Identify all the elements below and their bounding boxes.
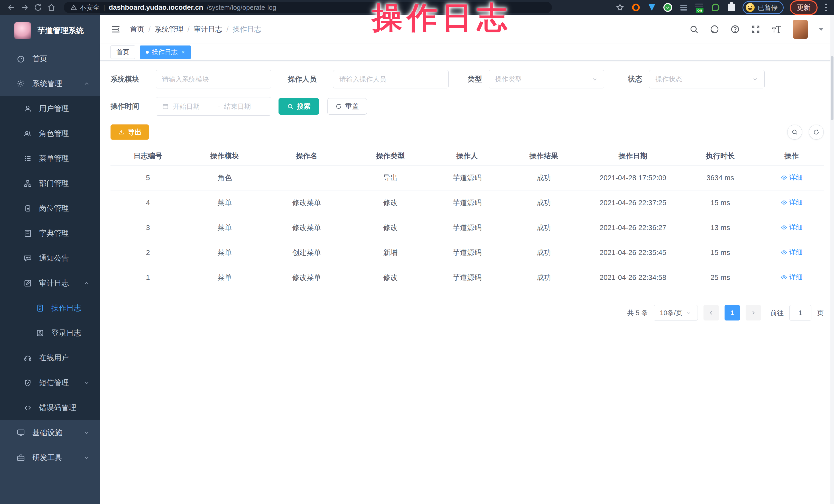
sidebar-item-role-management[interactable]: 角色管理 bbox=[0, 121, 100, 146]
search-button[interactable]: 搜索 bbox=[279, 98, 319, 115]
profile-paused-badge[interactable]: 已暂停 bbox=[743, 1, 784, 14]
sidebar-item-menu-management[interactable]: 菜单管理 bbox=[0, 146, 100, 171]
sidebar-item-dict-management[interactable]: 字典管理 bbox=[0, 221, 100, 246]
bookmark-star-icon[interactable] bbox=[615, 3, 625, 12]
page-size-select[interactable]: 10条/页 bbox=[654, 305, 698, 321]
sidebar-item-infrastructure[interactable]: 基础设施 bbox=[0, 420, 100, 445]
address-bar[interactable]: 不安全 | dashboard.yudao.iocoder.cn /system… bbox=[64, 2, 552, 13]
browser-reload-button[interactable] bbox=[32, 2, 44, 13]
extension-green-check-icon[interactable] bbox=[663, 3, 673, 12]
detail-link[interactable]: 详细 bbox=[781, 248, 803, 257]
browser-update-button[interactable]: 更新 bbox=[790, 0, 817, 15]
refresh-icon bbox=[335, 103, 342, 110]
chevron-right-icon bbox=[750, 310, 756, 316]
detail-link[interactable]: 详细 bbox=[781, 198, 803, 207]
sidebar-item-sms-management[interactable]: 短信管理 bbox=[0, 370, 100, 395]
book-icon bbox=[24, 229, 32, 238]
table-header-row: 日志编号 操作模块 操作名 操作类型 操作人 操作结果 操作日期 执行时长 操作 bbox=[110, 147, 824, 166]
github-icon[interactable] bbox=[710, 24, 719, 34]
browser-forward-button[interactable] bbox=[19, 2, 30, 13]
sidebar-item-home[interactable]: 首页 bbox=[0, 46, 100, 71]
goto-page-input[interactable] bbox=[789, 305, 811, 321]
org-tree-icon bbox=[24, 179, 32, 188]
app-logo[interactable]: 芋道管理系统 bbox=[0, 15, 100, 46]
browser-menu-icon[interactable] bbox=[824, 4, 828, 11]
extension-puzzle-icon[interactable] bbox=[727, 3, 737, 12]
breadcrumb-audit-log[interactable]: 审计日志 bbox=[194, 24, 222, 34]
sidebar-item-system-management[interactable]: 系统管理 bbox=[0, 71, 100, 96]
security-warning[interactable]: 不安全 bbox=[70, 3, 100, 12]
address-divider: | bbox=[103, 3, 105, 12]
extension-bars-icon[interactable] bbox=[679, 3, 688, 12]
sidebar-item-login-log[interactable]: 登录日志 bbox=[0, 321, 100, 346]
extension-drop-icon[interactable] bbox=[647, 3, 657, 12]
toggle-search-button[interactable] bbox=[787, 125, 802, 139]
tab-operate-log[interactable]: 操作日志 × bbox=[140, 45, 191, 59]
tab-home[interactable]: 首页 bbox=[110, 45, 135, 59]
end-date-placeholder: 结束日期 bbox=[224, 102, 265, 111]
module-input[interactable] bbox=[162, 75, 265, 83]
sidebar-item-error-code-management[interactable]: 错误码管理 bbox=[0, 395, 100, 420]
sidebar-item-online-users[interactable]: 在线用户 bbox=[0, 346, 100, 370]
browser-home-button[interactable] bbox=[46, 2, 57, 13]
extension-orange-icon[interactable] bbox=[631, 3, 641, 12]
shield-icon bbox=[24, 379, 32, 387]
extension-leaf-icon[interactable] bbox=[711, 3, 720, 12]
goto-label: 前往 bbox=[770, 308, 784, 317]
headset-icon bbox=[24, 354, 32, 362]
briefcase-icon bbox=[17, 453, 25, 462]
module-input-wrap bbox=[156, 70, 271, 88]
search-icon bbox=[287, 103, 294, 110]
sidebar-item-operate-log[interactable]: 操作日志 bbox=[0, 295, 100, 321]
search-icon[interactable] bbox=[689, 24, 699, 34]
security-label: 不安全 bbox=[80, 3, 100, 12]
status-select[interactable]: 操作状态 bbox=[649, 70, 765, 88]
scrollbar[interactable] bbox=[830, 15, 834, 504]
calendar-icon bbox=[162, 103, 169, 110]
table-row: 1 菜单 修改菜单 修改 芋道源码 成功 2021-04-26 22:34:58… bbox=[110, 265, 824, 290]
type-select[interactable]: 操作类型 bbox=[489, 70, 604, 88]
sidebar-item-user-management[interactable]: 用户管理 bbox=[0, 96, 100, 121]
browser-chrome: 不安全 | dashboard.yudao.iocoder.cn /system… bbox=[0, 0, 834, 15]
chat-icon bbox=[24, 254, 32, 262]
detail-link[interactable]: 详细 bbox=[781, 223, 803, 232]
chevron-down-icon bbox=[752, 76, 758, 82]
date-range-picker[interactable]: 开始日期 - 结束日期 bbox=[156, 97, 271, 116]
next-page-button[interactable] bbox=[746, 305, 761, 321]
sidebar-item-audit-log[interactable]: 审计日志 bbox=[0, 271, 100, 295]
module-label: 系统模块 bbox=[110, 74, 149, 84]
detail-link[interactable]: 详细 bbox=[781, 173, 803, 182]
page-number-1[interactable]: 1 bbox=[725, 305, 740, 321]
font-size-icon[interactable] bbox=[771, 24, 782, 34]
table-row: 4 菜单 修改菜单 修改 芋道源码 成功 2021-04-26 22:37:25… bbox=[110, 191, 824, 215]
breadcrumb-system[interactable]: 系统管理 bbox=[155, 24, 183, 34]
collapse-sidebar-icon[interactable] bbox=[110, 24, 121, 35]
caret-down-icon[interactable] bbox=[818, 28, 824, 31]
browser-back-button[interactable] bbox=[6, 2, 17, 13]
refresh-table-button[interactable] bbox=[809, 125, 824, 139]
total-count: 共 5 条 bbox=[627, 308, 648, 317]
eye-icon bbox=[781, 224, 787, 231]
extension-on-badge-icon[interactable]: on bbox=[695, 3, 704, 12]
fullscreen-icon[interactable] bbox=[751, 24, 761, 34]
reset-button[interactable]: 重置 bbox=[327, 98, 367, 115]
scrollbar-thumb[interactable] bbox=[831, 56, 833, 120]
breadcrumb-home[interactable]: 首页 bbox=[130, 24, 145, 34]
id-badge-icon bbox=[24, 204, 32, 213]
close-icon[interactable]: × bbox=[182, 49, 185, 56]
sidebar-item-dept-management[interactable]: 部门管理 bbox=[0, 171, 100, 196]
time-label: 操作时间 bbox=[110, 102, 149, 111]
chevron-up-icon bbox=[83, 280, 90, 287]
detail-link[interactable]: 详细 bbox=[781, 273, 803, 282]
prev-page-button[interactable] bbox=[703, 305, 719, 321]
avatar[interactable] bbox=[793, 20, 808, 39]
tag-bar: 首页 操作日志 × bbox=[100, 44, 834, 61]
operator-input[interactable] bbox=[339, 75, 442, 83]
document-icon bbox=[36, 304, 44, 312]
sidebar-item-post-management[interactable]: 岗位管理 bbox=[0, 196, 100, 221]
sidebar-item-notice[interactable]: 通知公告 bbox=[0, 246, 100, 271]
export-button[interactable]: 导出 bbox=[110, 125, 149, 140]
user-icon bbox=[24, 105, 32, 113]
sidebar-item-dev-tools[interactable]: 研发工具 bbox=[0, 445, 100, 470]
help-icon[interactable] bbox=[730, 24, 740, 34]
